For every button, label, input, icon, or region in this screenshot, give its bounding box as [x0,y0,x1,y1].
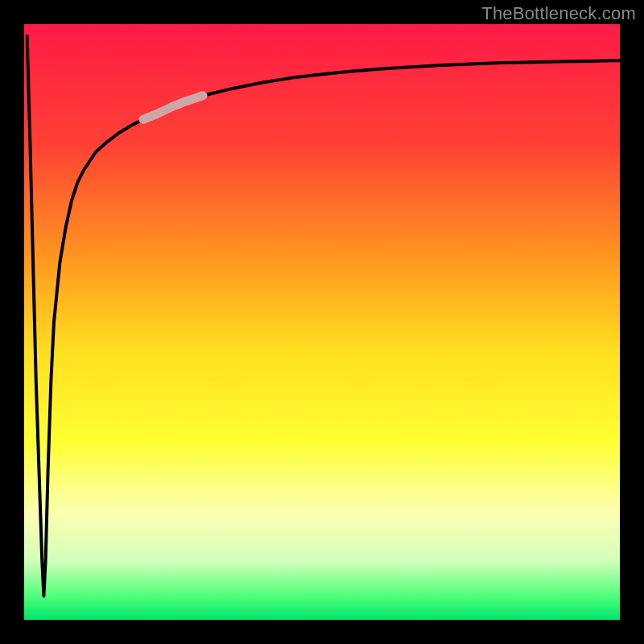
curve-layer [24,24,620,620]
chart-frame: TheBottleneck.com [0,0,644,644]
watermark-text: TheBottleneck.com [481,3,636,24]
bottleneck-curve [27,36,620,597]
highlight-segment [143,96,203,120]
plot-area [24,24,620,620]
